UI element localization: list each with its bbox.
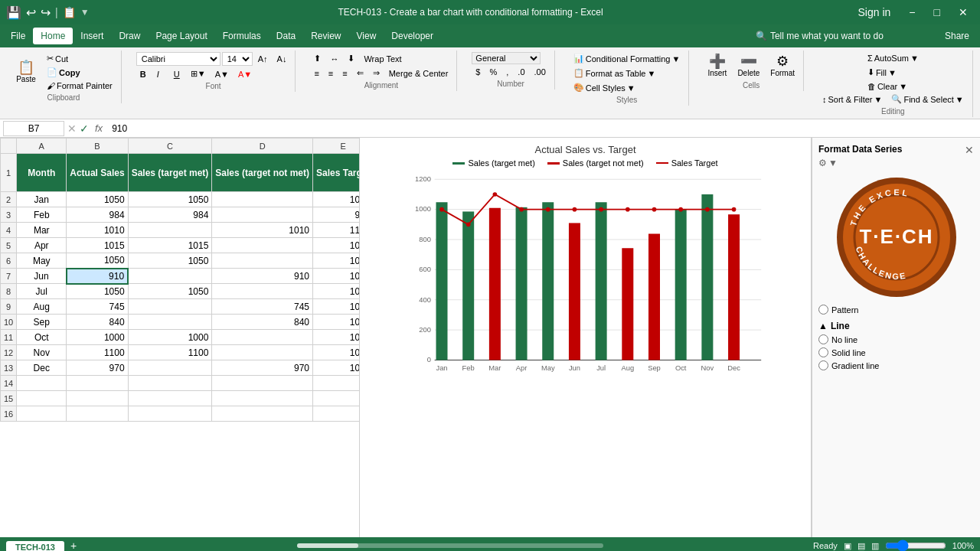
cell-e5[interactable]: 1000 bbox=[313, 238, 360, 253]
row-header-9[interactable]: 9 bbox=[1, 299, 17, 315]
increase-font-button[interactable]: A↑ bbox=[254, 53, 272, 65]
row-header-13[interactable]: 13 bbox=[1, 360, 17, 376]
cell-e9[interactable]: 1000 bbox=[313, 299, 360, 315]
cell-c13[interactable] bbox=[128, 360, 212, 376]
add-sheet-button[interactable]: + bbox=[66, 538, 81, 551]
view-page[interactable]: ▥ bbox=[871, 541, 879, 551]
cell-b2[interactable]: 1050 bbox=[67, 192, 128, 207]
cell-a12[interactable]: Nov bbox=[17, 345, 67, 360]
row-header-10[interactable]: 10 bbox=[1, 315, 17, 330]
cell-c14[interactable] bbox=[128, 376, 212, 391]
view-normal[interactable]: ▣ bbox=[844, 541, 851, 551]
panel-down-button[interactable]: ▼ bbox=[828, 158, 838, 168]
align-middle-button[interactable]: ↔ bbox=[326, 52, 342, 65]
italic-button[interactable]: I bbox=[153, 68, 168, 80]
cell-c7[interactable] bbox=[128, 269, 212, 284]
cell-a6[interactable]: May bbox=[17, 253, 67, 269]
cell-a9[interactable]: Aug bbox=[17, 299, 67, 315]
menu-draw[interactable]: Draw bbox=[111, 28, 148, 44]
cell-e3[interactable]: 900 bbox=[313, 207, 360, 223]
row-header-6[interactable]: 6 bbox=[1, 253, 17, 269]
cell-e14[interactable] bbox=[313, 376, 360, 391]
comma-button[interactable]: , bbox=[502, 66, 512, 78]
cell-a5[interactable]: Apr bbox=[17, 238, 67, 253]
gradient-line-radio[interactable] bbox=[818, 360, 828, 370]
row-header-15[interactable]: 15 bbox=[1, 391, 17, 406]
cell-d9[interactable]: 745 bbox=[212, 299, 313, 315]
clear-button[interactable]: 🗑Clear▼ bbox=[864, 80, 923, 93]
borders-button[interactable]: ⊞▼ bbox=[187, 67, 210, 80]
dec-inc-button[interactable]: .0 bbox=[514, 66, 528, 78]
cell-e16[interactable] bbox=[313, 406, 360, 422]
row-header-12[interactable]: 12 bbox=[1, 345, 17, 360]
format-as-table-button[interactable]: 📋Format as Table▼ bbox=[570, 67, 684, 80]
delete-cells-button[interactable]: ➖ Delete bbox=[733, 52, 763, 80]
menu-view[interactable]: View bbox=[349, 28, 384, 44]
row-header-8[interactable]: 8 bbox=[1, 284, 17, 299]
row-header-5[interactable]: 5 bbox=[1, 238, 17, 253]
cell-d7[interactable]: 910 bbox=[212, 269, 313, 284]
cell-c1[interactable]: Sales (target met) bbox=[128, 154, 212, 192]
cell-b6[interactable]: 1050 bbox=[67, 253, 128, 269]
cell-d11[interactable] bbox=[212, 330, 313, 345]
percent-button[interactable]: % bbox=[485, 66, 501, 78]
cell-b14[interactable] bbox=[67, 376, 128, 391]
cell-d4[interactable]: 1010 bbox=[212, 223, 313, 238]
cell-e7[interactable]: 1000 bbox=[313, 269, 360, 284]
cell-e8[interactable]: 1000 bbox=[313, 284, 360, 299]
cell-a7[interactable]: Jun bbox=[17, 269, 67, 284]
cell-a10[interactable]: Sep bbox=[17, 315, 67, 330]
cell-e10[interactable]: 1000 bbox=[313, 315, 360, 330]
cell-reference-box[interactable]: B7 bbox=[3, 121, 64, 136]
row-header-2[interactable]: 2 bbox=[1, 192, 17, 207]
cell-c11[interactable]: 1000 bbox=[128, 330, 212, 345]
cell-d16[interactable] bbox=[212, 406, 313, 422]
cell-b12[interactable]: 1100 bbox=[67, 345, 128, 360]
cell-b15[interactable] bbox=[67, 391, 128, 406]
cell-c9[interactable] bbox=[128, 299, 212, 315]
col-header-b[interactable]: B bbox=[67, 139, 128, 154]
wrap-text-button[interactable]: Wrap Text bbox=[360, 52, 405, 65]
autosum-button[interactable]: ΣAutoSum▼ bbox=[864, 52, 923, 64]
no-line-radio[interactable] bbox=[818, 334, 828, 344]
font-size-select[interactable]: 14 bbox=[222, 52, 253, 66]
cell-d2[interactable] bbox=[212, 192, 313, 207]
cell-a1[interactable]: Month bbox=[17, 154, 67, 192]
menu-page-layout[interactable]: Page Layout bbox=[148, 28, 214, 44]
view-layout[interactable]: ▤ bbox=[858, 541, 865, 551]
copy-button[interactable]: 📄Copy bbox=[43, 66, 116, 79]
row-header-3[interactable]: 3 bbox=[1, 207, 17, 223]
cell-d8[interactable] bbox=[212, 284, 313, 299]
formula-input[interactable]: 910 bbox=[109, 122, 977, 135]
minimize-button[interactable]: − bbox=[903, 5, 921, 20]
row-header-14[interactable]: 14 bbox=[1, 376, 17, 391]
cell-b9[interactable]: 745 bbox=[67, 299, 128, 315]
find-select-button[interactable]: 🔍Find & Select▼ bbox=[887, 93, 967, 106]
cancel-formula-button[interactable]: ✕ bbox=[67, 122, 77, 135]
cell-c2[interactable]: 1050 bbox=[128, 192, 212, 207]
cell-c12[interactable]: 1100 bbox=[128, 345, 212, 360]
menu-formulas[interactable]: Formulas bbox=[215, 28, 269, 44]
cell-d12[interactable] bbox=[212, 345, 313, 360]
row-header-11[interactable]: 11 bbox=[1, 330, 17, 345]
align-left-button[interactable]: ≡ bbox=[310, 67, 322, 80]
paste-button[interactable]: 📋 Paste bbox=[11, 58, 41, 86]
align-center-button[interactable]: ≡ bbox=[325, 67, 337, 80]
cell-e6[interactable]: 1000 bbox=[313, 253, 360, 269]
maximize-button[interactable]: □ bbox=[928, 5, 946, 20]
cell-e2[interactable]: 1000 bbox=[313, 192, 360, 207]
row-header-4[interactable]: 4 bbox=[1, 223, 17, 238]
cell-e11[interactable]: 1000 bbox=[313, 330, 360, 345]
bold-button[interactable]: B bbox=[136, 68, 152, 80]
cell-e13[interactable]: 1000 bbox=[313, 360, 360, 376]
number-format-select[interactable]: General bbox=[472, 52, 541, 64]
scrollbar-horizontal[interactable] bbox=[297, 543, 603, 548]
sort-filter-button[interactable]: ↕Sort & Filter▼ bbox=[818, 93, 886, 106]
col-header-e[interactable]: E bbox=[313, 139, 360, 154]
cell-d3[interactable] bbox=[212, 207, 313, 223]
cell-d13[interactable]: 970 bbox=[212, 360, 313, 376]
cell-d1[interactable]: Sales (target not met) bbox=[212, 154, 313, 192]
cell-b10[interactable]: 840 bbox=[67, 315, 128, 330]
cell-d5[interactable] bbox=[212, 238, 313, 253]
cell-b7[interactable]: 910 bbox=[67, 269, 128, 284]
